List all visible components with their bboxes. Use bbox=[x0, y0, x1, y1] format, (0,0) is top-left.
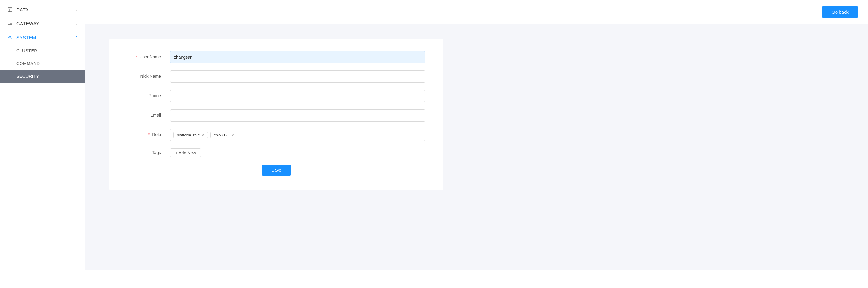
required-star-username: * bbox=[135, 54, 137, 59]
role-container[interactable]: platform_role ✕ es-v7171 ✕ bbox=[170, 129, 425, 141]
sidebar-item-command[interactable]: COMMAND bbox=[0, 57, 85, 70]
nickname-row: Nick Name： bbox=[128, 70, 425, 83]
svg-rect-0 bbox=[8, 7, 12, 11]
nickname-input[interactable] bbox=[170, 70, 425, 83]
gateway-icon bbox=[7, 21, 13, 26]
role-row: * Role： platform_role ✕ es-v7171 ✕ bbox=[128, 129, 425, 141]
sidebar-item-gateway-label: GATEWAY bbox=[17, 21, 39, 26]
role-tag-es-close[interactable]: ✕ bbox=[232, 133, 235, 137]
phone-row: Phone： bbox=[128, 90, 425, 102]
email-row: Email： bbox=[128, 109, 425, 121]
table-icon bbox=[7, 7, 13, 12]
sidebar-item-security[interactable]: SECURITY bbox=[0, 70, 85, 83]
phone-input[interactable] bbox=[170, 90, 425, 102]
username-input[interactable] bbox=[170, 51, 425, 63]
go-back-button[interactable]: Go back bbox=[822, 6, 858, 18]
form-section: * User Name： Nick Name： Phone： Email： bbox=[109, 39, 443, 190]
sidebar-item-cluster[interactable]: CLUSTER bbox=[0, 45, 85, 57]
required-star-role: * bbox=[148, 132, 150, 137]
nickname-label: Nick Name： bbox=[128, 74, 170, 79]
save-button[interactable]: Save bbox=[262, 165, 291, 176]
sidebar-item-system-label: SYSTEM bbox=[17, 35, 36, 40]
sidebar-item-system[interactable]: SYSTEM ⌄ bbox=[0, 30, 85, 45]
role-tag-platform-label: platform_role bbox=[177, 133, 200, 137]
sidebar-item-data-label: DATA bbox=[17, 7, 29, 12]
sidebar-item-data[interactable]: DATA ⌄ bbox=[0, 2, 85, 17]
svg-point-6 bbox=[9, 37, 11, 38]
tags-row: Tags： + Add New bbox=[128, 148, 425, 157]
main-area: Go back * User Name： Nick Name： Phone： bbox=[85, 0, 868, 288]
sidebar: DATA ⌄ GATEWAY ⌄ SYST bbox=[0, 0, 85, 288]
username-row: * User Name： bbox=[128, 51, 425, 63]
chevron-down-icon: ⌄ bbox=[75, 8, 78, 11]
role-label: * Role： bbox=[128, 132, 170, 138]
sidebar-item-security-label: SECURITY bbox=[17, 74, 39, 79]
role-tag-es-label: es-v7171 bbox=[214, 133, 230, 137]
email-label: Email： bbox=[128, 113, 170, 118]
phone-label: Phone： bbox=[128, 93, 170, 99]
main-content: * User Name： Nick Name： Phone： Email： bbox=[85, 24, 868, 270]
role-tag-platform-close[interactable]: ✕ bbox=[202, 133, 205, 137]
username-label: * User Name： bbox=[128, 54, 170, 60]
sidebar-item-command-label: COMMAND bbox=[17, 61, 40, 66]
gear-icon bbox=[7, 35, 13, 40]
chevron-down-icon-gateway: ⌄ bbox=[75, 22, 78, 26]
main-header: Go back bbox=[85, 0, 868, 24]
role-tag-platform: platform_role ✕ bbox=[174, 132, 208, 138]
add-new-button[interactable]: + Add New bbox=[170, 148, 201, 157]
svg-point-4 bbox=[9, 23, 9, 24]
sidebar-item-gateway[interactable]: GATEWAY ⌄ bbox=[0, 17, 85, 30]
tags-label: Tags： bbox=[128, 150, 170, 155]
email-input[interactable] bbox=[170, 109, 425, 121]
role-tag-es: es-v7171 ✕ bbox=[211, 132, 238, 138]
sidebar-item-cluster-label: CLUSTER bbox=[17, 48, 37, 53]
save-row: Save bbox=[128, 165, 425, 176]
chevron-up-icon-system: ⌄ bbox=[75, 35, 78, 39]
main-footer bbox=[85, 270, 868, 288]
